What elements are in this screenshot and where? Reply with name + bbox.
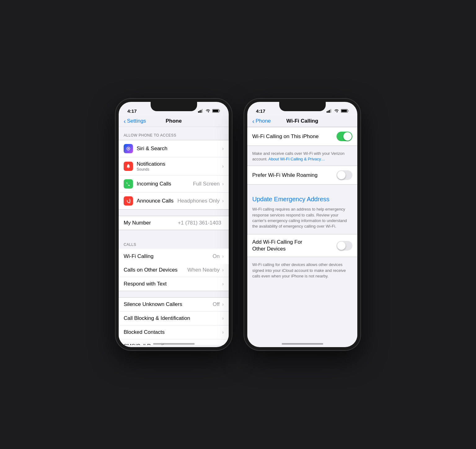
- respond-text-title: Respond with Text: [124, 281, 222, 287]
- silence-unknown-item[interactable]: Silence Unknown Callers Off ›: [119, 298, 229, 312]
- svg-rect-5: [219, 110, 220, 111]
- svg-rect-3: [202, 109, 203, 113]
- back-button-right[interactable]: ‹ Phone: [252, 118, 271, 125]
- sms-reporting-chevron: ›: [222, 343, 224, 345]
- svg-rect-13: [330, 109, 331, 113]
- siri-chevron: ›: [222, 146, 224, 151]
- respond-text-item[interactable]: Respond with Text ›: [119, 277, 229, 291]
- announce-symbol: [126, 198, 131, 204]
- notifications-item[interactable]: Notifications Sounds ›: [119, 157, 229, 176]
- nav-bar-left: ‹ Settings Phone: [119, 116, 229, 127]
- roaming-label: Prefer Wi-Fi While Roaming: [252, 172, 318, 178]
- svg-rect-11: [328, 111, 329, 113]
- call-blocking-title: Call Blocking & Identification: [124, 315, 222, 321]
- svg-point-8: [128, 148, 129, 149]
- roaming-toggle-thumb: [337, 171, 346, 179]
- battery-icon: [212, 109, 220, 113]
- battery-icon-right: [341, 109, 349, 113]
- add-wifi-row[interactable]: Add Wi-Fi Calling ForOther Devices: [247, 234, 357, 257]
- add-wifi-toggle-thumb: [337, 242, 346, 250]
- status-time-left: 4:17: [127, 108, 137, 114]
- wifi-calling-value: On: [213, 253, 220, 259]
- incoming-calls-item[interactable]: Incoming Calls Full Screen ›: [119, 176, 229, 193]
- incoming-calls-icon: [124, 179, 133, 189]
- blocked-contacts-title: Blocked Contacts: [124, 329, 222, 335]
- blocked-contacts-item[interactable]: Blocked Contacts ›: [119, 325, 229, 339]
- svg-rect-16: [342, 110, 347, 112]
- siri-item[interactable]: Siri & Search ›: [119, 140, 229, 157]
- right-phone: 4:17: [244, 99, 360, 350]
- svg-rect-9: [128, 168, 129, 168]
- blocked-contacts-chevron: ›: [222, 329, 224, 335]
- roaming-row[interactable]: Prefer Wi-Fi While Roaming: [247, 166, 357, 184]
- wifi-toggle-label: Wi-Fi Calling on This iPhone: [252, 133, 319, 140]
- svg-rect-12: [329, 110, 330, 113]
- siri-symbol: [126, 146, 131, 151]
- incoming-calls-title: Incoming Calls: [137, 181, 193, 187]
- wifi-icon: [205, 109, 210, 113]
- siri-content: Siri & Search: [137, 146, 222, 152]
- wifi-icon-right: [334, 109, 339, 113]
- wifi-privacy-link[interactable]: About Wi-Fi Calling & Privacy…: [268, 157, 325, 161]
- bell-symbol: [126, 163, 131, 169]
- announce-calls-title: Announce Calls: [137, 198, 178, 204]
- add-wifi-label: Add Wi-Fi Calling ForOther Devices: [252, 239, 337, 252]
- notifications-icon: [124, 162, 133, 171]
- calls-other-title: Calls on Other Devices: [124, 267, 187, 273]
- calls-other-devices-item[interactable]: Calls on Other Devices When Nearby ›: [119, 263, 229, 277]
- status-icons-left: [198, 109, 220, 113]
- silence-title: Silence Unknown Callers: [124, 301, 213, 307]
- add-wifi-toggle[interactable]: [337, 241, 352, 251]
- left-screen: 4:17: [119, 102, 229, 347]
- wifi-calling-screen: Wi-Fi Calling on This iPhone Make and re…: [247, 127, 357, 345]
- my-number-group: My Number +1 (781) 361-1403: [119, 216, 229, 230]
- wifi-calling-chevron: ›: [222, 254, 224, 259]
- wifi-calling-toggle[interactable]: [337, 132, 352, 141]
- call-blocking-content: Call Blocking & Identification: [124, 315, 222, 321]
- left-phone: 4:17: [116, 99, 232, 350]
- svg-rect-15: [348, 110, 349, 111]
- emergency-address-link[interactable]: Update Emergency Address: [247, 191, 357, 204]
- notifications-subtitle: Sounds: [137, 167, 222, 172]
- wifi-description: Make and receive calls over Wi-Fi with y…: [247, 148, 357, 166]
- announce-calls-item[interactable]: Announce Calls Headphones Only ›: [119, 193, 229, 209]
- settings-content-left: ALLOW PHONE TO ACCESS Siri & Search ›: [119, 127, 229, 345]
- back-chevron-left: ‹: [124, 118, 126, 125]
- wifi-calling-content: Wi-Fi Calling: [124, 253, 213, 259]
- wifi-calling-title: Wi-Fi Calling: [124, 253, 213, 259]
- right-screen: 4:17: [247, 102, 357, 347]
- back-button-left[interactable]: ‹ Settings: [124, 118, 146, 125]
- announce-calls-chevron: ›: [222, 198, 224, 204]
- notch-right: [279, 102, 326, 111]
- calls-other-chevron: ›: [222, 267, 224, 273]
- status-time-right: 4:17: [256, 108, 265, 114]
- announce-calls-icon: [124, 196, 133, 206]
- svg-rect-6: [213, 110, 218, 112]
- allow-section-header: ALLOW PHONE TO ACCESS: [119, 127, 229, 140]
- add-wifi-group: Add Wi-Fi Calling ForOther Devices: [247, 234, 357, 257]
- emergency-link-text: Update Emergency Address: [252, 196, 329, 203]
- calls-other-value: When Nearby: [187, 267, 220, 273]
- notch: [151, 102, 197, 111]
- siri-icon: [124, 144, 133, 153]
- emergency-section: Update Emergency Address Wi-Fi calling r…: [247, 191, 357, 234]
- signal-icon: [198, 109, 204, 113]
- announce-calls-value: Headphones Only: [178, 198, 220, 204]
- toggle-thumb: [343, 132, 352, 141]
- incoming-calls-content: Incoming Calls: [137, 181, 193, 187]
- add-wifi-description: Wi-Fi calling for other devices allows o…: [247, 259, 357, 284]
- home-indicator-right: [282, 343, 323, 345]
- respond-text-chevron: ›: [222, 281, 224, 287]
- back-chevron-right: ‹: [252, 118, 254, 125]
- roaming-toggle[interactable]: [337, 170, 352, 180]
- wifi-toggle-row[interactable]: Wi-Fi Calling on This iPhone: [247, 127, 357, 146]
- home-indicator-left: [153, 343, 195, 345]
- status-icons-right: [327, 109, 349, 113]
- siri-title: Siri & Search: [137, 146, 222, 152]
- respond-text-content: Respond with Text: [124, 281, 222, 287]
- signal-icon-right: [327, 109, 332, 113]
- silence-chevron: ›: [222, 302, 224, 307]
- wifi-calling-item[interactable]: Wi-Fi Calling On ›: [119, 250, 229, 263]
- call-blocking-item[interactable]: Call Blocking & Identification ›: [119, 312, 229, 325]
- notifications-content: Notifications Sounds: [137, 161, 222, 172]
